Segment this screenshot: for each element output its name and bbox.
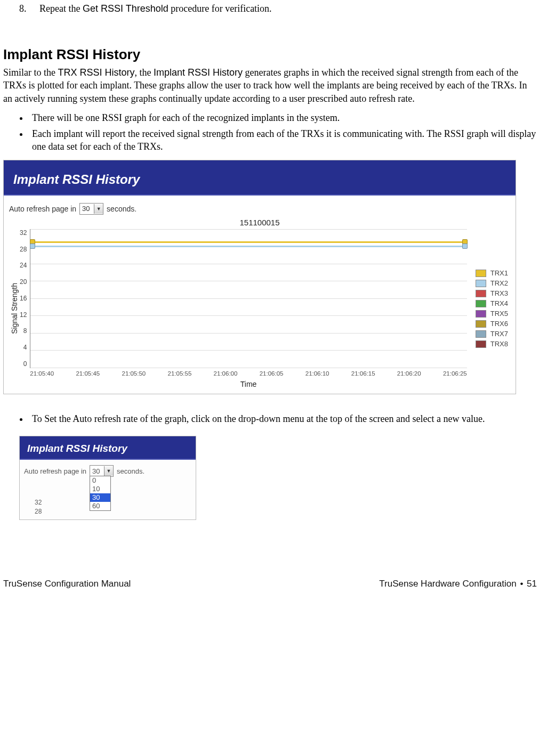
step-text: Repeat the Get RSSI Threshold procedure … — [39, 3, 272, 14]
legend-swatch — [476, 310, 486, 318]
intro-paragraph: Similar to the TRX RSSI History, the Imp… — [3, 66, 537, 105]
x-tick-label: 21:06:20 — [397, 370, 421, 377]
legend-label: TRX7 — [490, 330, 508, 338]
chart-x-axis-label: Time — [30, 380, 466, 388]
legend-item: TRX2 — [476, 279, 508, 287]
y-tick-label: 28 — [20, 246, 27, 253]
series-line — [30, 241, 466, 243]
refresh-label-prefix: Auto refresh page in — [24, 467, 86, 475]
legend-swatch — [476, 330, 486, 338]
legend-item: TRX7 — [476, 330, 508, 338]
y-tick-label: 4 — [23, 344, 27, 351]
series-point — [30, 243, 35, 249]
legend-swatch — [476, 290, 486, 297]
widget-title: Implant RSSI History — [4, 160, 516, 196]
refresh-label-prefix: Auto refresh page in — [9, 205, 76, 213]
y-tick-label: 20 — [20, 278, 27, 286]
x-tick-label: 21:05:40 — [30, 370, 54, 377]
chevron-down-icon: ▼ — [104, 466, 113, 476]
y-tick-label: 8 — [23, 327, 27, 335]
dropdown-option[interactable]: 30 — [90, 493, 110, 502]
legend-swatch — [476, 280, 486, 287]
rssi-history-widget-dropdown-example: Implant RSSI History Auto refresh page i… — [19, 436, 196, 520]
legend-label: TRX8 — [490, 340, 508, 348]
chart: Signal Strength 322824201612840 21:05:40… — [9, 229, 510, 388]
y-tick-label: 24 — [20, 262, 27, 269]
x-tick-label: 21:05:45 — [76, 370, 100, 377]
refresh-dropdown-value: 30 — [80, 205, 94, 213]
widget-title: Implant RSSI History — [20, 436, 196, 460]
refresh-dropdown-list[interactable]: 0103060 — [90, 476, 111, 511]
page-number: 51 — [527, 579, 537, 589]
series-point — [462, 243, 468, 249]
x-tick-label: 21:05:55 — [168, 370, 192, 377]
y-tick-label: 16 — [20, 295, 27, 302]
step-number: 8. — [19, 3, 31, 14]
legend-label: TRX5 — [490, 310, 508, 318]
chart-y-axis-label: Signal Strength — [9, 283, 20, 334]
y-tick-label: 0 — [23, 360, 27, 368]
legend-label: TRX6 — [490, 320, 508, 328]
series-line — [30, 246, 466, 247]
procedure-name: Get RSSI Threshold — [83, 3, 168, 14]
refresh-label-suffix: seconds. — [107, 205, 136, 213]
bullet-separator-icon: • — [519, 579, 524, 589]
refresh-dropdown[interactable]: 30 ▼ — [90, 465, 114, 477]
legend-item: TRX8 — [476, 340, 508, 348]
legend-swatch — [476, 270, 486, 277]
legend-item: TRX5 — [476, 310, 508, 318]
chart-plot-area — [30, 229, 466, 368]
footer-left: TruSense Configuration Manual — [3, 579, 131, 589]
bullet-item: To Set the Auto refresh rate of the grap… — [29, 412, 537, 425]
chart-legend: TRX1TRX2TRX3TRX4TRX5TRX6TRX7TRX8 — [467, 267, 510, 350]
x-tick-label: 21:06:10 — [305, 370, 329, 377]
bullet-item: Each implant will report the received si… — [29, 127, 537, 153]
numbered-step: 8. Repeat the Get RSSI Threshold procedu… — [19, 3, 537, 14]
legend-swatch — [476, 340, 486, 348]
legend-swatch — [476, 300, 486, 307]
x-tick-label: 21:06:05 — [260, 370, 284, 377]
legend-item: TRX4 — [476, 299, 508, 307]
page-footer: TruSense Configuration Manual TruSense H… — [3, 579, 537, 589]
auto-refresh-row: Auto refresh page in 30 ▼ seconds. — [9, 203, 510, 215]
dropdown-option[interactable]: 60 — [90, 502, 110, 510]
chart-y-axis: 322824201612840 — [20, 229, 30, 368]
x-tick-label: 21:06:15 — [351, 370, 375, 377]
refresh-dropdown[interactable]: 30 ▼ — [79, 203, 103, 215]
legend-label: TRX4 — [490, 299, 508, 307]
y-tick-label: 32 — [20, 229, 27, 237]
chart-x-axis: 21:05:4021:05:4521:05:5021:05:5521:06:00… — [30, 370, 466, 377]
bullet-list: To Set the Auto refresh rate of the grap… — [29, 412, 537, 425]
refresh-label-suffix: seconds. — [117, 467, 144, 475]
rssi-history-widget: Implant RSSI History Auto refresh page i… — [3, 160, 516, 394]
legend-item: TRX1 — [476, 269, 508, 277]
refresh-dropdown-value: 30 — [90, 467, 104, 475]
legend-item: TRX6 — [476, 320, 508, 328]
x-tick-label: 21:05:50 — [122, 370, 146, 377]
legend-label: TRX3 — [490, 289, 508, 297]
bullet-list: There will be one RSSI graph for each of… — [29, 111, 537, 153]
auto-refresh-row: Auto refresh page in 30 ▼ 0103060 ↖ seco… — [24, 465, 191, 477]
x-tick-label: 21:06:25 — [443, 370, 467, 377]
legend-label: TRX1 — [490, 269, 508, 277]
footer-right: TruSense Hardware Configuration • 51 — [379, 579, 537, 589]
chevron-down-icon: ▼ — [94, 204, 103, 214]
legend-swatch — [476, 320, 486, 328]
chart-title: 151100015 — [9, 218, 510, 227]
dropdown-option[interactable]: 10 — [90, 485, 110, 493]
section-heading: Implant RSSI History — [3, 46, 537, 63]
bullet-item: There will be one RSSI graph for each of… — [29, 111, 537, 124]
y-tick-label: 12 — [20, 311, 27, 319]
dropdown-option[interactable]: 0 — [90, 476, 110, 485]
x-tick-label: 21:06:00 — [214, 370, 238, 377]
legend-item: TRX3 — [476, 289, 508, 297]
legend-label: TRX2 — [490, 279, 508, 287]
